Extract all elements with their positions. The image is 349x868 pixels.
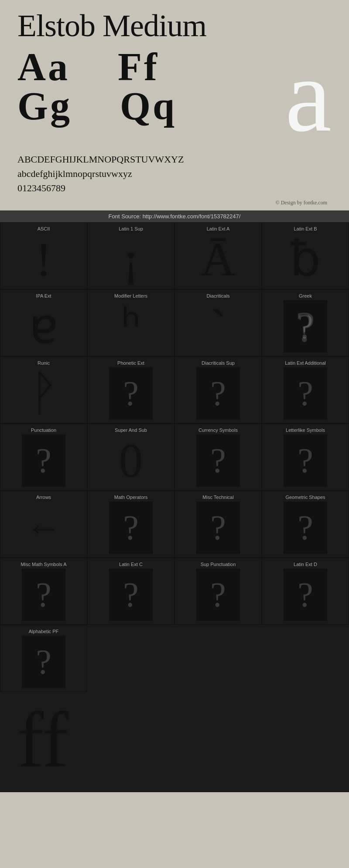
glyph-cell-ipa: IPA Ext ɐ	[0, 289, 87, 356]
glyph-cell-phonetic: Phonetic Ext ?	[87, 356, 174, 424]
glyph-box-latinA: Ā	[196, 233, 240, 285]
ligature-section: ff	[0, 692, 349, 792]
glyph-cell-alpha-pf: Alphabetic PF ?	[0, 625, 87, 692]
label-sup-punct: Sup Punctuation	[201, 562, 236, 567]
char-misc-math-a: ?	[36, 575, 51, 615]
glyph-cell-runic: Runic ᚹ	[0, 356, 87, 424]
glyph-box-latin1: ¡	[109, 233, 153, 285]
glyph-box-diacrit: `	[196, 300, 240, 353]
glyph-box-latinB: ƀ	[284, 233, 327, 285]
glyph-box-phonetic: ?	[109, 367, 153, 420]
char-ipa: ɐ	[29, 302, 58, 350]
alphabet-uppercase: ABCDEFGHIJKLMNOPQRSTUVWXYZ	[17, 152, 332, 166]
font-title: Elstob Medium	[17, 9, 332, 43]
glyph-box-alpha-pf: ?	[22, 636, 65, 688]
char-letterlike: ?	[298, 441, 313, 481]
glyph-showcase: Aa Ff Gg Qq a	[17, 47, 332, 143]
glyph-box-punct: ?	[22, 434, 65, 487]
ligature-char: ff	[17, 696, 68, 783]
label-greek: Greek	[299, 293, 312, 298]
glyph-cell-latin-ext-d: Latin Ext D ?	[262, 558, 349, 625]
glyph-cell-latinB: Latin Ext B ƀ	[262, 222, 349, 289]
glyph-cell-sup-punct: Sup Punctuation ?	[174, 558, 262, 625]
glyph-cell-modifier: Modifier Letters ʰ	[87, 289, 174, 356]
glyph-box-ipa: ɐ	[22, 300, 65, 353]
glyph-cell-misc-tech: Misc Technical ?	[174, 491, 262, 558]
char-runic: ᚹ	[29, 370, 58, 417]
font-source: Font Source: http://www.fontke.com/font/…	[0, 210, 349, 222]
char-diacrit: `	[210, 302, 226, 350]
glyph-cell-latin1: Latin 1 Sup ¡	[87, 222, 174, 289]
large-glyph: a	[285, 43, 332, 148]
glyph-cell-latinA: Latin Ext A Ā	[174, 222, 262, 289]
glyph-box-ascii: !	[22, 233, 65, 285]
glyph-cell-misc-math-a: Misc Math Symbols A ?	[0, 558, 87, 625]
char-latin-ext-add: ?	[298, 374, 313, 414]
header-section: Elstob Medium Aa Ff Gg Qq a ABCDEFGHIJKL…	[0, 0, 349, 210]
label-latin-ext-add: Latin Ext Additional	[285, 360, 326, 366]
label-ipa: IPA Ext	[36, 293, 51, 298]
char-latin-ext-d: ?	[298, 575, 313, 615]
char-diacrit-sup: ?	[210, 374, 226, 414]
glyph-box-math-ops: ?	[109, 502, 153, 554]
char-alpha-pf: ?	[36, 642, 51, 682]
glyph-cell-punct: Punctuation ?	[0, 424, 87, 491]
char-latinB: ƀ	[290, 235, 321, 283]
glyph-cell-empty-2	[174, 625, 262, 692]
char-currency: ?	[210, 441, 226, 481]
glyph-cell-arrows: Arrows ←	[0, 491, 87, 558]
glyph-box-diacrit-sup: ?	[196, 367, 240, 420]
glyph-cell-letterlike: Letterlike Symbols ?	[262, 424, 349, 491]
glyph-cell-diacrit: Diacriticals `	[174, 289, 262, 356]
alphabet-section: ABCDEFGHIJKLMNOPQRSTUVWXYZ abcdefghijklm…	[17, 152, 332, 195]
char-geo-shapes: ?	[298, 508, 313, 548]
char-misc-tech: ?	[210, 508, 226, 548]
label-runic: Runic	[38, 360, 50, 366]
char-math-ops: ?	[123, 508, 139, 548]
char-sup-punct: ?	[210, 575, 226, 615]
char-punct: ?	[36, 441, 51, 481]
glyph-box-letterlike: ?	[284, 434, 327, 487]
label-geo-shapes: Geometric Shapes	[285, 495, 325, 500]
label-diacrit: Diacriticals	[206, 293, 229, 298]
glyph-cell-diacrit-sup: Diacriticals Sup ?	[174, 356, 262, 424]
glyph-box-currency: ?	[196, 434, 240, 487]
char-latinA: Ā	[201, 235, 235, 283]
glyph-box-greek: ?	[284, 300, 327, 353]
glyph-cell-currency: Currency Symbols ?	[174, 424, 262, 491]
glyph-box-super-sub: 0	[109, 434, 153, 487]
glyph-cell-empty-1	[87, 625, 174, 692]
label-super-sub: Super And Sub	[115, 427, 147, 433]
glyph-cell-math-ops: Math Operators ?	[87, 491, 174, 558]
glyph-cell-empty-3	[262, 625, 349, 692]
label-misc-tech: Misc Technical	[202, 495, 233, 500]
label-arrows: Arrows	[36, 495, 51, 500]
glyph-cell-latin-ext-add: Latin Ext Additional ?	[262, 356, 349, 424]
digits: 0123456789	[17, 181, 332, 195]
label-alpha-pf: Alphabetic PF	[29, 629, 58, 634]
char-latin-ext-c: ?	[123, 575, 139, 615]
glyph-pair-2: Gg Qq	[17, 87, 177, 126]
label-letterlike: Letterlike Symbols	[286, 427, 325, 433]
copyright: © Design by fontke.com	[17, 200, 332, 206]
label-latin-ext-c: Latin Ext C	[119, 562, 143, 567]
glyph-box-misc-tech: ?	[196, 502, 240, 554]
glyph-pair-1: Aa Ff	[17, 47, 177, 87]
glyph-box-sup-punct: ?	[196, 569, 240, 621]
char-ascii: !	[36, 235, 52, 283]
label-latinA: Latin Ext A	[207, 226, 230, 231]
glyph-box-latin-ext-add: ?	[284, 367, 327, 420]
label-latin-ext-d: Latin Ext D	[294, 562, 317, 567]
glyph-box-geo-shapes: ?	[284, 502, 327, 554]
glyph-cell-ascii: ASCII !	[0, 222, 87, 289]
glyph-box-latin-ext-c: ?	[109, 569, 153, 621]
label-latinB: Latin Ext B	[294, 226, 317, 231]
label-punct: Punctuation	[31, 427, 56, 433]
glyph-cell-latin-ext-c: Latin Ext C ?	[87, 558, 174, 625]
glyph-box-latin-ext-d: ?	[284, 569, 327, 621]
glyph-box-modifier: ʰ	[109, 300, 153, 353]
char-phonetic: ?	[123, 374, 139, 414]
char-arrows: ←	[26, 510, 61, 545]
label-ascii: ASCII	[38, 226, 50, 231]
char-modifier: ʰ	[121, 302, 140, 350]
